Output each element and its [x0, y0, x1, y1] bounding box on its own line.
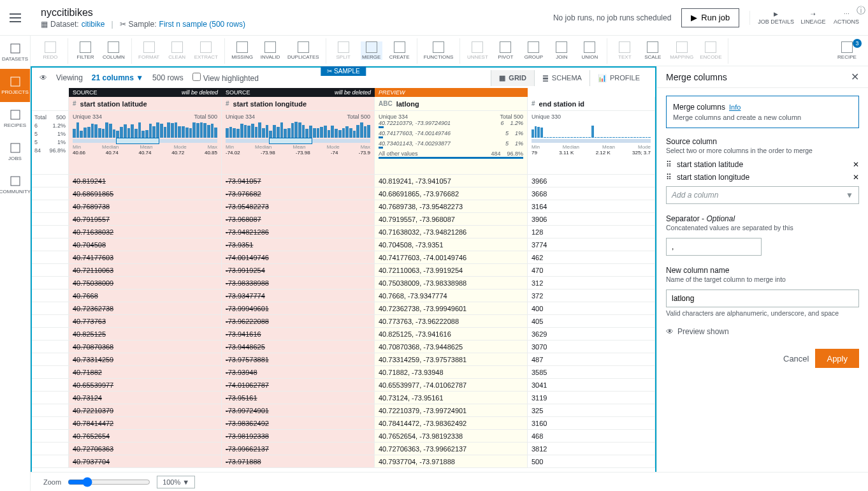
table-row[interactable]: 40.704508-73.935140.704508, -73.93513774 [32, 238, 655, 251]
ribbon-pivot[interactable]: PIVOT [495, 41, 516, 60]
source-column-item[interactable]: ⠿start station longitude✕ [666, 171, 859, 184]
new-column-input[interactable] [666, 289, 859, 307]
column-header[interactable]: #start station longitude [222, 97, 375, 111]
svg-rect-3 [11, 143, 20, 152]
table-row[interactable]: 40.819241-73.94105740.819241, -73.941057… [32, 175, 655, 187]
dataset-link[interactable]: citibike [82, 20, 105, 29]
new-column-label: New column name [666, 266, 859, 275]
ribbon-extract: EXTRACT [194, 41, 218, 60]
source-column-item[interactable]: ⠿start station latitude✕ [666, 158, 859, 171]
ribbon-create[interactable]: CREATE [389, 41, 410, 60]
remove-icon[interactable]: ✕ [853, 160, 859, 169]
vertical-nav: DATASETSPROJECTSRECIPESJOBSCOMMUNITY [0, 36, 31, 491]
ribbon-group[interactable]: GROUP [523, 41, 544, 60]
ribbon-split: SPLIT [333, 41, 354, 60]
table-row[interactable]: 40.70870368-73.944862540.70870368, -73.9… [32, 341, 655, 353]
zoom-bar: Zoom 100% ▼ [31, 472, 868, 491]
add-column-dropdown[interactable]: Add a column▼ [666, 186, 859, 204]
ribbon-column[interactable]: COLUMN [103, 41, 125, 60]
table-row[interactable]: 40.72110063-73.991925440.72110063, -73.9… [32, 264, 655, 277]
separator-label: Separator - Optional [666, 214, 859, 223]
close-icon[interactable]: ✕ [851, 71, 859, 83]
zoom-value[interactable]: 100% ▼ [157, 476, 195, 488]
sample-link[interactable]: First n sample (500 rows) [159, 20, 245, 29]
table-row[interactable]: 40.7668-73.934777440.7668, -73.934777437… [32, 289, 655, 302]
table-row[interactable]: 40.7652654-73.9819233840.7652654, -73.98… [32, 430, 655, 443]
sample-label: Sample: [129, 20, 157, 29]
ribbon-text: TEXT [614, 41, 635, 60]
nav-recipes[interactable]: RECIPES [0, 102, 30, 135]
dataset-label: Dataset: [50, 20, 79, 29]
nav-datasets[interactable]: DATASETS [0, 36, 30, 69]
table-row[interactable]: 40.7689738-73.9548227340.7689738, -73.95… [32, 200, 655, 213]
table-row[interactable]: 40.65539977-74.0106278740.65539977, -74.… [32, 379, 655, 392]
cancel-button[interactable]: Cancel [783, 349, 809, 368]
sample-tag[interactable]: ✂ SAMPLE [321, 66, 366, 76]
table-row[interactable]: 40.72210379-73.9972490140.72210379, -73.… [32, 404, 655, 417]
tab-schema[interactable]: ䷀ SCHEMA [534, 70, 590, 86]
remove-icon[interactable]: ✕ [853, 173, 859, 182]
run-job-button[interactable]: ▶ Run job [681, 8, 739, 27]
drag-icon[interactable]: ⠿ [666, 173, 672, 182]
nav-jobs[interactable]: JOBS [0, 135, 30, 168]
recipe-button[interactable]: RECIPE3 [836, 41, 858, 60]
nav-community[interactable]: COMMUNITY [0, 168, 30, 202]
data-grid[interactable]: SOURCEwill be deleted SOURCEwill be dele… [31, 88, 656, 491]
nav-projects[interactable]: PROJECTS [0, 69, 30, 102]
column-header[interactable]: #end station id [528, 97, 655, 111]
table-row[interactable]: 40.74177603-74.0014974640.74177603, -74.… [32, 251, 655, 264]
info-edge-icon[interactable]: ⓘ [857, 5, 865, 17]
table-row[interactable]: 40.71882-73.9394840.71882, -73.939483585 [32, 366, 655, 379]
eye-icon: 👁 [666, 327, 674, 336]
lineage-button[interactable]: ⇢LINEAGE [799, 11, 827, 25]
table-row[interactable]: 40.72362738-73.9994960140.72362738, -73.… [32, 302, 655, 315]
source-column-label: Source column [666, 137, 859, 146]
table-row[interactable]: 40.78414472-73.9836249240.78414472, -73.… [32, 417, 655, 430]
preview-shown[interactable]: 👁Preview shown [666, 327, 859, 336]
table-row[interactable]: 40.72706363-73.9966213740.72706363, -73.… [32, 443, 655, 455]
svg-rect-2 [11, 110, 20, 119]
rows-count: 500 rows [152, 73, 184, 82]
svg-rect-0 [11, 44, 20, 53]
highlight-toggle[interactable]: View highlighted [192, 73, 259, 83]
info-link[interactable]: Info [729, 103, 741, 111]
table-row[interactable]: 40.75038009-73.9833898840.75038009, -73.… [32, 277, 655, 289]
table-row[interactable]: 40.7937704-73.97188840.7937704, -73.9718… [32, 455, 655, 468]
ribbon-functions[interactable]: FUNCTIONS [424, 41, 454, 60]
ribbon-join[interactable]: JOIN [551, 41, 572, 60]
table-row[interactable]: 40.7919557-73.96808740.7919557, -73.9680… [32, 213, 655, 226]
column-header[interactable]: #start station latitude [69, 97, 222, 111]
table-row[interactable]: 40.68691865-73.97668240.68691865, -73.97… [32, 187, 655, 200]
lineage-icon: ⇢ [811, 11, 816, 17]
zoom-label: Zoom [43, 478, 61, 486]
ribbon-filter[interactable]: FILTER [75, 41, 96, 60]
panel-title: Merge columns [666, 72, 727, 82]
toolbar-ribbon: UNDOREDOFILTERCOLUMNFORMATCLEANEXTRACTMI… [0, 36, 868, 66]
separator-input[interactable] [666, 238, 762, 256]
apply-button[interactable]: Apply [815, 349, 859, 368]
table-row[interactable]: 40.773763-73.9622208840.773763, -73.9622… [32, 315, 655, 328]
drag-icon[interactable]: ⠿ [666, 160, 672, 169]
ribbon-missing[interactable]: MISSING [231, 41, 253, 60]
ribbon-merge[interactable]: MERGE [361, 41, 382, 60]
ribbon-scale[interactable]: SCALE [642, 41, 663, 60]
ribbon-redo: REDO [40, 41, 61, 60]
job-details-button[interactable]: ▶JOB DETAILS [758, 11, 794, 25]
ribbon-duplicates[interactable]: DUPLICATES [287, 41, 319, 60]
tab-grid[interactable]: ▦ GRID [491, 70, 534, 86]
table-row[interactable]: 40.73314259-73.9757388140.73314259, -73.… [32, 353, 655, 366]
column-header[interactable]: ABClatlong [375, 97, 528, 111]
ribbon-invalid[interactable]: INVALID [259, 41, 281, 60]
job-status-msg: No job runs, no job runs scheduled [553, 13, 671, 22]
table-row[interactable]: 40.73124-73.9516140.73124, -73.951613119 [32, 392, 655, 404]
play-box-icon: ▶ [774, 11, 778, 17]
zoom-slider[interactable] [68, 477, 150, 487]
ribbon-format: FORMAT [138, 41, 160, 60]
ribbon-union[interactable]: UNION [579, 41, 600, 60]
table-row[interactable]: 40.825125-73.94161640.825125, -73.941616… [32, 328, 655, 341]
view-bar: 👁 Viewing 21 columns ▼ 500 rows View hig… [31, 66, 656, 88]
menu-icon[interactable] [0, 13, 31, 22]
columns-dropdown[interactable]: 21 columns ▼ [92, 73, 143, 82]
tab-profile[interactable]: 📊 PROFILE [590, 70, 647, 86]
table-row[interactable]: 40.71638032-73.9482128640.71638032, -73.… [32, 226, 655, 238]
